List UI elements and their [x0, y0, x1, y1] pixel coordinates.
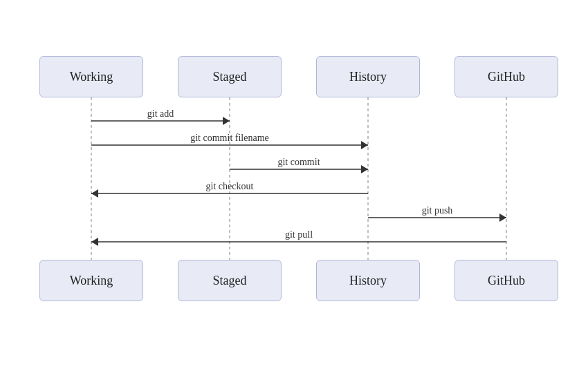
svg-marker-20 — [91, 238, 98, 246]
box-bottom-github: GitHub — [454, 260, 558, 301]
box-top-github: GitHub — [454, 56, 558, 97]
svg-marker-11 — [361, 165, 368, 173]
svg-text:git checkout: git checkout — [206, 181, 254, 191]
box-top-staged: Staged — [178, 56, 282, 97]
box-bottom-working: Working — [39, 260, 143, 301]
svg-text:git commit filename: git commit filename — [190, 133, 269, 143]
sequence-diagram: git addgit commit filenamegit commitgit … — [0, 0, 588, 380]
svg-marker-5 — [223, 117, 230, 125]
svg-marker-17 — [499, 213, 506, 222]
svg-marker-14 — [91, 189, 98, 198]
box-bottom-history: History — [316, 260, 420, 301]
box-bottom-staged: Staged — [178, 260, 282, 301]
svg-text:git commit: git commit — [277, 157, 320, 167]
svg-marker-8 — [361, 141, 368, 149]
box-top-working: Working — [39, 56, 143, 97]
svg-text:git add: git add — [147, 108, 174, 119]
svg-text:git pull: git pull — [285, 229, 313, 240]
box-top-history: History — [316, 56, 420, 97]
svg-text:git push: git push — [422, 205, 453, 216]
